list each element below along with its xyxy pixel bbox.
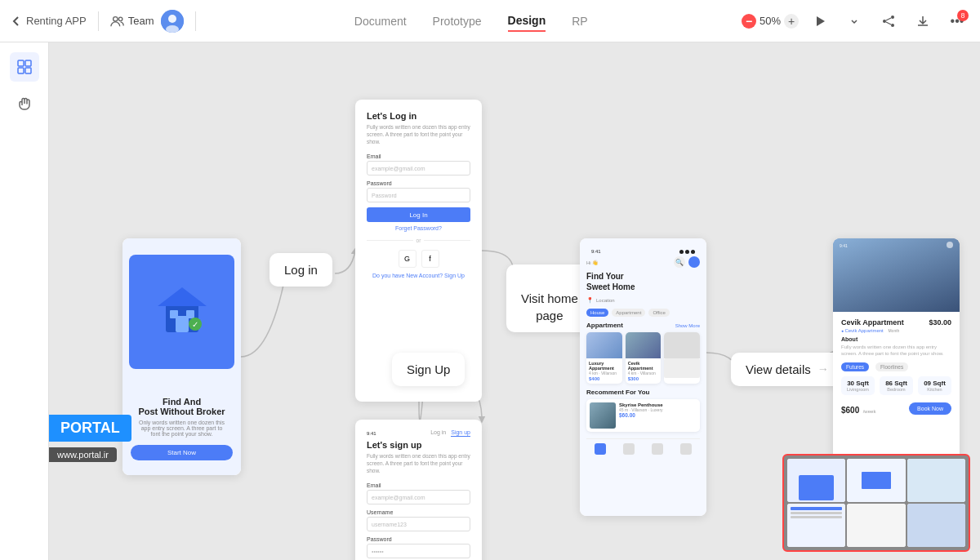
svg-rect-13 bbox=[25, 60, 31, 66]
thumb-3[interactable] bbox=[907, 459, 965, 502]
nav-actions: − 50% + ••• 8 bbox=[742, 8, 970, 34]
more-button[interactable]: ••• 8 bbox=[944, 8, 970, 34]
share-button[interactable] bbox=[875, 8, 902, 34]
thumb-1[interactable] bbox=[787, 459, 845, 502]
layers-tool[interactable] bbox=[10, 52, 39, 82]
home-bottom-nav bbox=[586, 438, 700, 459]
signup-password-input[interactable]: •••••• bbox=[367, 544, 470, 558]
stat-bedroom: 86 Sqft Bedroom bbox=[880, 376, 913, 395]
zoom-control[interactable]: − 50% + bbox=[742, 14, 799, 29]
home-nav-search[interactable] bbox=[623, 443, 635, 455]
google-signin-button[interactable]: G bbox=[399, 250, 416, 268]
portal-url: www.portal.ir bbox=[49, 447, 117, 462]
team-button[interactable]: Team bbox=[110, 14, 154, 29]
notification-badge: 8 bbox=[957, 10, 969, 21]
apt-card-1[interactable]: Luxury Appartment 4 km · Villarson $400 bbox=[586, 332, 622, 384]
tab-prototype[interactable]: Prototype bbox=[433, 11, 482, 31]
recommend-header: Recomment For You bbox=[586, 389, 700, 396]
apt-card-3[interactable] bbox=[664, 332, 700, 384]
about-label: About bbox=[841, 336, 951, 342]
futures-tab[interactable]: Futures bbox=[841, 362, 869, 371]
project-title: Renting APP bbox=[26, 15, 87, 27]
ftab-office[interactable]: Office bbox=[648, 309, 670, 317]
onboard-title: Find And Post Without Broker bbox=[131, 397, 233, 416]
login-subtitle: Fully words written one dozen this app e… bbox=[367, 123, 470, 145]
svg-marker-5 bbox=[817, 16, 825, 26]
play-button[interactable] bbox=[807, 8, 833, 34]
zoom-value: 50% bbox=[760, 15, 781, 27]
start-now-button[interactable]: Start Now bbox=[131, 445, 233, 460]
thumb-4[interactable] bbox=[787, 504, 845, 547]
recommend-title: Recomment For You bbox=[586, 389, 650, 396]
play-options-button[interactable] bbox=[841, 8, 867, 34]
left-sidebar bbox=[0, 42, 49, 560]
divider2 bbox=[195, 11, 196, 31]
svg-line-9 bbox=[886, 18, 891, 20]
home-screen: 9:41 Hi 👋 🔍 Find Your Sweet Home 📍 Locat… bbox=[580, 238, 706, 516]
email-label: Email bbox=[367, 153, 470, 159]
svg-rect-11 bbox=[18, 60, 24, 66]
book-now-button[interactable]: Book Now bbox=[909, 402, 951, 415]
download-button[interactable] bbox=[910, 8, 936, 34]
ftab-apt[interactable]: Appartment bbox=[612, 309, 645, 317]
onboard-subtitle: Only words written one dozen this app en… bbox=[131, 420, 233, 437]
status-bar: 9:41 bbox=[367, 431, 376, 436]
detail-price-bottom: $600 bbox=[841, 406, 859, 415]
view-details-node: View details → bbox=[731, 353, 844, 386]
tab-document[interactable]: Document bbox=[354, 11, 407, 31]
home-nav-home[interactable] bbox=[595, 443, 606, 455]
signup-email-input[interactable]: example@gmail.com bbox=[367, 490, 470, 504]
facebook-signin-button[interactable]: f bbox=[421, 250, 439, 268]
signup-tab-active[interactable]: Sign up bbox=[451, 429, 470, 437]
home-menu-icon[interactable] bbox=[688, 256, 700, 268]
home-find-title: Find Your Sweet Home bbox=[586, 271, 700, 292]
hand-tool[interactable] bbox=[10, 88, 39, 118]
svg-point-6 bbox=[891, 16, 894, 19]
floorlines-tab[interactable]: Floorlines bbox=[875, 362, 908, 371]
svg-rect-19 bbox=[186, 310, 194, 318]
svg-point-8 bbox=[891, 24, 894, 27]
tab-design[interactable]: Design bbox=[508, 11, 546, 32]
detail-price: $30.00 bbox=[929, 318, 951, 327]
password-input[interactable]: Password bbox=[367, 188, 470, 202]
svg-point-7 bbox=[883, 20, 886, 23]
login-button[interactable]: Log In bbox=[367, 207, 470, 222]
svg-rect-17 bbox=[176, 316, 189, 332]
tab-rp[interactable]: RP bbox=[572, 11, 587, 31]
divider1 bbox=[98, 11, 99, 31]
username-input[interactable]: username123 bbox=[367, 517, 470, 531]
detail-price-row: $600 /week Book Now bbox=[841, 402, 951, 416]
thumb-5[interactable] bbox=[847, 504, 905, 547]
login-tab[interactable]: Log in bbox=[430, 429, 446, 437]
back-button[interactable]: Renting APP bbox=[10, 15, 87, 28]
home-status-bar: 9:41 bbox=[586, 247, 700, 256]
thumb-6[interactable] bbox=[907, 504, 965, 547]
filter-tabs: House Appartment Office bbox=[586, 309, 700, 317]
thumbnail-panel bbox=[782, 454, 970, 552]
stat-kitchen: 09 Sqft Kitchen bbox=[918, 376, 951, 395]
zoom-plus-button[interactable]: + bbox=[784, 14, 799, 29]
apt-section-title: Appartment bbox=[586, 322, 623, 329]
apt-show-more[interactable]: Show More bbox=[675, 323, 700, 328]
apt-section-header: Appartment Show More bbox=[586, 322, 700, 329]
svg-rect-18 bbox=[170, 310, 178, 318]
thumb-2[interactable] bbox=[847, 459, 905, 502]
price-unit: /week bbox=[863, 409, 876, 414]
ftab-house[interactable]: House bbox=[586, 309, 608, 317]
recommend-card[interactable]: Skyrise Penthouse 45 m · Villarson · Lux… bbox=[586, 399, 700, 432]
apt-card-2[interactable]: Cevik Appartment 4 km · Villarson $300 bbox=[626, 332, 662, 384]
home-nav-profile[interactable] bbox=[680, 443, 692, 455]
signup-link[interactable]: Sign Up bbox=[444, 273, 465, 278]
login-label-node: Log in bbox=[270, 253, 332, 287]
or-divider: or bbox=[367, 238, 470, 243]
home-search-icon[interactable]: 🔍 bbox=[674, 256, 685, 268]
forgot-password-link[interactable]: Forget Password? bbox=[367, 225, 470, 231]
zoom-minus-button[interactable]: − bbox=[742, 14, 756, 29]
avatar[interactable] bbox=[161, 10, 184, 33]
home-nav-heart[interactable] bbox=[652, 443, 663, 455]
detail-description: Fully words written one dozen this app e… bbox=[841, 344, 951, 358]
email-input[interactable]: example@gmail.com bbox=[367, 161, 470, 176]
username-label: Username bbox=[367, 509, 470, 515]
detail-body: Cevik Appartment $30.00 ● Cevik Appartme… bbox=[833, 312, 960, 423]
signup-email-label: Email bbox=[367, 482, 470, 488]
